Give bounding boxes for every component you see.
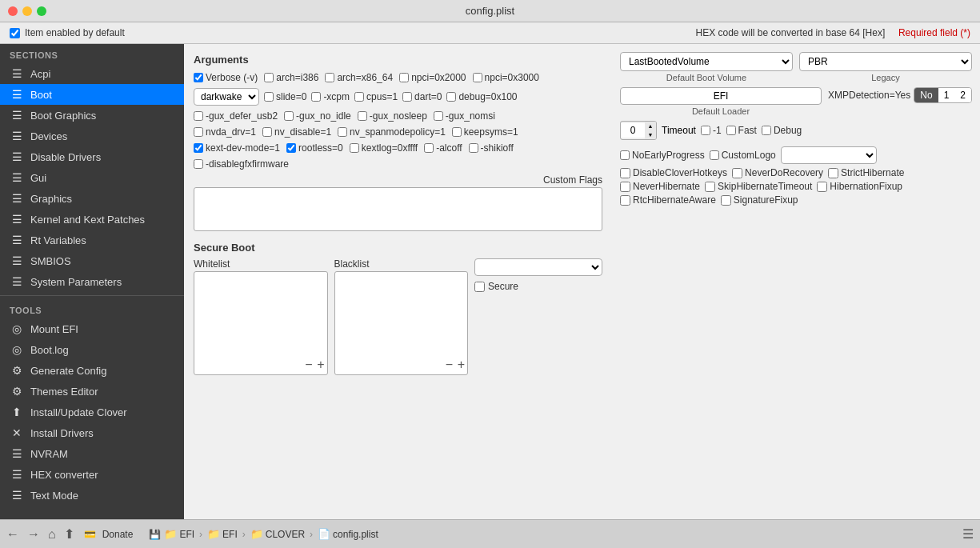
breadcrumb-efi2[interactable]: 📁 EFI [207,528,238,540]
secure-checkbox[interactable] [474,282,485,292]
sidebar-item-mount-efi[interactable]: ◎ Mount EFI [0,318,184,339]
cpus1-label[interactable]: cpus=1 [354,91,398,102]
no-early-progress-label[interactable]: NoEarlyProgress [620,150,705,161]
custom-logo-label[interactable]: CustomLogo [710,150,776,161]
never-hibernate-checkbox[interactable] [620,182,630,192]
gux-defer-checkbox[interactable] [194,111,203,121]
nv-disable-checkbox[interactable] [262,127,272,137]
hibernation-fixup-checkbox[interactable] [817,182,827,192]
arch-x86-label[interactable]: arch=x86_64 [325,72,393,83]
alcoff-checkbox[interactable] [424,143,434,153]
keepsyms-label[interactable]: keepsyms=1 [452,126,518,138]
legacy-select[interactable]: PBR [799,52,972,71]
minus1-checkbox[interactable] [701,126,710,135]
nv-spanmode-label[interactable]: nv_spanmodepolicy=1 [338,126,446,138]
sidebar-item-gui[interactable]: ☰ Gui [0,167,184,188]
sidebar-item-hex-converter[interactable]: ☰ HEX converter [0,464,184,485]
never-do-recovery-checkbox[interactable] [732,168,742,178]
timeout-down-button[interactable]: ▼ [645,130,656,139]
never-do-recovery-label[interactable]: NeverDoRecovery [732,167,823,178]
sidebar-item-disable-drivers[interactable]: ☰ Disable Drivers [0,146,184,167]
timeout-up-button[interactable]: ▲ [645,122,656,130]
debug-checkbox[interactable] [762,126,771,135]
xmp-no-button[interactable]: No [914,88,938,102]
item-enabled-checkbox[interactable] [10,28,20,38]
disablegfx-label[interactable]: -disablegfxfirmware [194,158,289,170]
gux-defer-label[interactable]: -gux_defer_usb2 [194,110,278,122]
nav-back-icon[interactable]: ← [6,527,19,542]
custom-flags-textarea[interactable] [194,187,602,231]
arch-i386-checkbox[interactable] [264,73,274,82]
keepsyms-checkbox[interactable] [452,127,462,137]
gux-no-idle-label[interactable]: -gux_no_idle [284,110,351,122]
hamburger-menu-icon[interactable]: ☰ [962,526,974,542]
sidebar-item-devices[interactable]: ☰ Devices [0,126,184,146]
kextlog-label[interactable]: kextlog=0xffff [350,142,418,154]
donate-button[interactable]: Donate [102,529,134,540]
close-button[interactable] [8,6,18,16]
whitelist-add-btn[interactable]: + [317,358,324,372]
strict-hibernate-checkbox[interactable] [828,168,838,178]
sidebar-item-boot-graphics[interactable]: ☰ Boot Graphics [0,105,184,126]
xcpm-checkbox[interactable] [311,92,321,102]
strict-hibernate-label[interactable]: StrictHibernate [828,167,904,178]
sidebar-item-text-mode[interactable]: ☰ Text Mode [0,485,184,506]
signature-fixup-label[interactable]: SignatureFixup [721,194,798,206]
nav-forward-icon[interactable]: → [27,527,40,542]
sidebar-item-boot[interactable]: ☰ Boot [0,84,184,105]
secure-checkbox-label[interactable]: Secure [474,281,602,292]
rtc-hibernate-checkbox[interactable] [620,195,630,206]
sidebar-item-system-params[interactable]: ☰ System Parameters [0,271,184,292]
sidebar-item-nvram[interactable]: ☰ NVRAM [0,443,184,464]
slide-checkbox[interactable] [264,92,274,102]
breadcrumb-efi1[interactable]: 📁 EFI [164,528,194,540]
sidebar-item-boot-log[interactable]: ◎ Boot.log [0,339,184,360]
kext-dev-checkbox[interactable] [194,143,203,153]
nav-share-icon[interactable]: ⬆ [64,526,74,542]
npci-2000-checkbox[interactable] [399,73,409,82]
gux-nomsi-label[interactable]: -gux_nomsi [434,110,495,122]
whitelist-remove-btn[interactable]: − [305,358,312,372]
default-boot-volume-select[interactable]: LastBootedVolume [620,52,793,71]
minus1-label[interactable]: -1 [701,125,722,136]
signature-fixup-checkbox[interactable] [721,195,731,206]
sidebar-item-generate-config[interactable]: ⚙ Generate Config [0,360,184,381]
arch-i386-label[interactable]: arch=i386 [264,72,318,83]
verbose-checkbox-label[interactable]: Verbose (-v) [194,72,258,83]
secure-dropdown[interactable] [474,258,602,276]
xmp-1-button[interactable]: 1 [938,88,955,102]
disablegfx-checkbox[interactable] [194,159,203,169]
sidebar-item-install-drivers[interactable]: ✕ Install Drivers [0,422,184,443]
sidebar-item-install-update[interactable]: ⬆ Install/Update Clover [0,402,184,422]
debug-label[interactable]: Debug [762,125,802,136]
skip-hibernate-timeout-checkbox[interactable] [705,182,715,192]
minimize-button[interactable] [22,6,32,16]
hibernation-fixup-label[interactable]: HibernationFixup [817,181,902,192]
custom-logo-checkbox[interactable] [710,150,719,160]
slide-label[interactable]: slide=0 [264,91,306,102]
nav-home-icon[interactable]: ⌂ [48,527,56,542]
blacklist-add-btn[interactable]: + [458,358,465,372]
nvda-label[interactable]: nvda_drv=1 [194,126,256,138]
disable-clover-hotkeys-label[interactable]: DisableCloverHotkeys [620,167,727,178]
sidebar-item-acpi[interactable]: ☰ Acpi [0,63,184,84]
sidebar-item-themes-editor[interactable]: ⚙ Themes Editor [0,381,184,402]
xcpm-label[interactable]: -xcpm [311,91,350,102]
kext-dev-label[interactable]: kext-dev-mode=1 [194,142,280,154]
sidebar-item-smbios[interactable]: ☰ SMBIOS [0,250,184,271]
dart0-label[interactable]: dart=0 [402,91,442,102]
debug0x100-label[interactable]: debug=0x100 [446,91,517,102]
npci-3000-label[interactable]: npci=0x3000 [473,72,539,83]
dart0-checkbox[interactable] [402,92,412,102]
shikioff-checkbox[interactable] [469,143,478,153]
verbose-checkbox[interactable] [194,73,203,82]
nv-disable-label[interactable]: nv_disable=1 [262,126,331,138]
alcoff-label[interactable]: -alcoff [424,142,462,154]
efi-input[interactable] [620,87,822,105]
rootless-label[interactable]: rootless=0 [286,142,343,154]
never-hibernate-label[interactable]: NeverHibernate [620,181,700,192]
shikioff-label[interactable]: -shikioff [469,142,514,154]
sidebar-item-kernel-kext[interactable]: ☰ Kernel and Kext Patches [0,209,184,230]
rootless-checkbox[interactable] [286,143,296,153]
debug0x100-checkbox[interactable] [446,92,456,102]
